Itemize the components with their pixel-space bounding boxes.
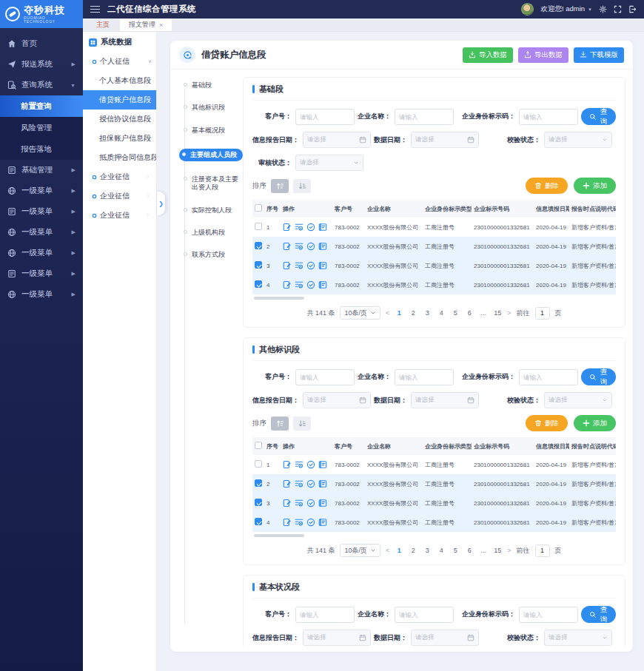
date-picker[interactable]: 请选择 bbox=[303, 630, 371, 646]
record-icon[interactable] bbox=[318, 223, 327, 232]
horizontal-scrollbar[interactable] bbox=[254, 297, 304, 300]
tree-item-企业征信[interactable]: 企业征信〉 bbox=[83, 206, 156, 225]
logout-icon[interactable] bbox=[628, 3, 637, 16]
row-checkbox[interactable] bbox=[255, 518, 262, 525]
detail-icon[interactable] bbox=[295, 479, 303, 488]
tree-subitem-借贷账户信息段[interactable]: 借贷账户信息段 bbox=[83, 90, 156, 109]
close-icon[interactable]: × bbox=[159, 21, 163, 29]
approve-icon[interactable] bbox=[306, 242, 315, 251]
record-icon[interactable] bbox=[318, 479, 327, 488]
text-input[interactable] bbox=[295, 109, 355, 125]
row-checkbox[interactable] bbox=[255, 261, 262, 269]
row-checkbox[interactable] bbox=[255, 280, 262, 288]
text-input[interactable] bbox=[519, 607, 578, 623]
goto-page-input[interactable] bbox=[535, 544, 550, 557]
approve-icon[interactable] bbox=[306, 499, 315, 508]
edit-icon[interactable] bbox=[283, 499, 292, 508]
horizontal-scrollbar[interactable] bbox=[254, 534, 304, 537]
date-picker[interactable]: 请选择 bbox=[411, 392, 479, 408]
approve-icon[interactable] bbox=[306, 460, 315, 469]
page-number[interactable]: 2 bbox=[409, 547, 417, 554]
page-number[interactable]: 3 bbox=[423, 309, 432, 317]
page-number[interactable]: 5 bbox=[451, 309, 460, 317]
text-input[interactable] bbox=[519, 369, 578, 385]
approve-icon[interactable] bbox=[306, 261, 315, 270]
date-picker[interactable]: 请选择 bbox=[303, 132, 371, 148]
detail-icon[interactable] bbox=[295, 280, 303, 289]
page-number[interactable]: 4 bbox=[437, 547, 446, 554]
sort-asc-button[interactable] bbox=[271, 417, 289, 431]
select-picker[interactable]: 请选择 bbox=[295, 155, 363, 171]
record-icon[interactable] bbox=[318, 261, 327, 270]
record-icon[interactable] bbox=[318, 242, 327, 251]
select-all-checkbox[interactable] bbox=[255, 204, 262, 212]
page-number[interactable]: 3 bbox=[423, 547, 432, 554]
tab-主页[interactable]: 主页 bbox=[87, 18, 118, 31]
detail-icon[interactable] bbox=[295, 460, 303, 469]
tree-subitem-授信协议信息段[interactable]: 授信协议信息段 bbox=[83, 109, 156, 129]
page-number[interactable]: 1 bbox=[395, 547, 403, 554]
record-icon[interactable] bbox=[318, 460, 327, 469]
row-checkbox[interactable] bbox=[255, 242, 262, 249]
add-button[interactable]: 添加 bbox=[574, 178, 616, 194]
page-number[interactable]: 1 bbox=[395, 309, 403, 317]
select-all-checkbox[interactable] bbox=[255, 442, 262, 449]
tab-报文管理[interactable]: 报文管理× bbox=[120, 18, 172, 31]
page-number[interactable]: ... bbox=[479, 547, 488, 554]
settings-icon[interactable] bbox=[599, 3, 607, 16]
edit-icon[interactable] bbox=[283, 479, 292, 488]
text-input[interactable] bbox=[395, 607, 454, 623]
approve-icon[interactable] bbox=[306, 280, 315, 289]
prev-page-button[interactable]: < bbox=[386, 547, 389, 554]
next-page-button[interactable]: > bbox=[507, 547, 511, 554]
sidebar-item-查询系统[interactable]: 查询系统▼ bbox=[0, 75, 83, 95]
date-picker[interactable]: 请选择 bbox=[303, 392, 371, 408]
text-input[interactable] bbox=[395, 369, 454, 385]
search-button[interactable]: 查询 bbox=[581, 108, 616, 125]
sidebar-item-一级菜单[interactable]: 一级菜单▶ bbox=[0, 181, 83, 201]
sidebar-subitem-前置查询[interactable]: 前置查询 bbox=[0, 95, 83, 117]
sidebar-item-一级菜单[interactable]: 一级菜单▶ bbox=[0, 201, 83, 222]
sidebar-item-一级菜单[interactable]: 一级菜单▶ bbox=[0, 263, 83, 284]
edit-icon[interactable] bbox=[283, 518, 292, 527]
collapse-handle[interactable]: ❯ bbox=[157, 192, 165, 215]
page-number[interactable]: 15 bbox=[493, 309, 502, 317]
select-picker[interactable]: 请选择 bbox=[544, 132, 612, 148]
goto-page-input[interactable] bbox=[535, 307, 550, 320]
record-icon[interactable] bbox=[318, 499, 327, 508]
search-button[interactable]: 查询 bbox=[581, 606, 616, 623]
sidebar-item-基础管理[interactable]: 基础管理▶ bbox=[0, 160, 83, 181]
edit-icon[interactable] bbox=[283, 261, 292, 270]
anchor-其他标识段[interactable]: 其他标识段 bbox=[181, 104, 243, 112]
record-icon[interactable] bbox=[318, 280, 327, 289]
row-checkbox[interactable] bbox=[255, 499, 262, 506]
next-page-button[interactable]: > bbox=[507, 309, 511, 317]
record-icon[interactable] bbox=[318, 518, 327, 527]
page-number[interactable]: 6 bbox=[465, 547, 474, 554]
tree-subitem-抵质押合同信息段[interactable]: 抵质押合同信息段 bbox=[83, 148, 156, 167]
text-input[interactable] bbox=[295, 369, 355, 385]
row-checkbox[interactable] bbox=[255, 479, 262, 487]
sidebar-subitem-报告落地[interactable]: 报告落地 bbox=[0, 138, 83, 160]
page-number[interactable]: ... bbox=[479, 309, 488, 317]
anchor-注册资本及主要出资人段[interactable]: 注册资本及主要出资人段 bbox=[181, 175, 243, 192]
page-number[interactable]: 15 bbox=[493, 547, 502, 554]
page-number[interactable]: 2 bbox=[409, 309, 417, 317]
page-size-select[interactable]: 10条/页 bbox=[340, 544, 380, 557]
detail-icon[interactable] bbox=[295, 499, 303, 508]
下载模版-button[interactable]: 下载模版 bbox=[574, 47, 624, 63]
select-picker[interactable]: 请选择 bbox=[544, 630, 612, 646]
edit-icon[interactable] bbox=[283, 280, 292, 289]
text-input[interactable] bbox=[295, 607, 355, 623]
hamburger-icon[interactable] bbox=[90, 6, 100, 13]
sort-desc-button[interactable] bbox=[293, 417, 311, 431]
tree-item-企业征信[interactable]: 企业征信〉 bbox=[83, 186, 156, 206]
approve-icon[interactable] bbox=[306, 223, 315, 232]
sidebar-item-首页[interactable]: 首页 bbox=[0, 33, 83, 54]
edit-icon[interactable] bbox=[283, 242, 292, 251]
sidebar-subitem-风险管理[interactable]: 风险管理 bbox=[0, 117, 83, 138]
select-picker[interactable]: 请选择 bbox=[544, 392, 612, 408]
fullscreen-icon[interactable] bbox=[614, 3, 622, 16]
page-number[interactable]: 4 bbox=[437, 309, 446, 317]
text-input[interactable] bbox=[519, 109, 578, 125]
